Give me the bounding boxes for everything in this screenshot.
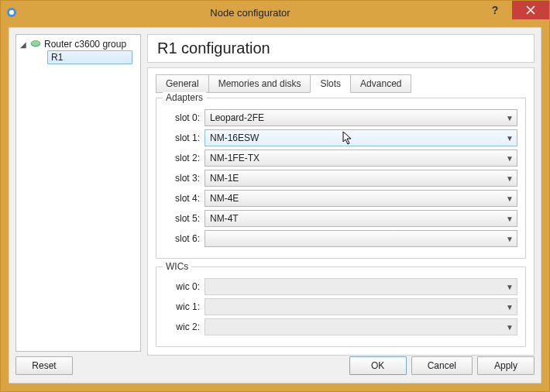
- svg-point-3: [31, 41, 40, 46]
- slot1-row: slot 1: NM-16ESW ▼: [164, 129, 517, 146]
- slot4-select[interactable]: NM-4E ▼: [205, 190, 517, 207]
- help-button[interactable]: ?: [478, 1, 512, 19]
- wic2-label: wic 2:: [164, 322, 200, 332]
- slot2-select[interactable]: NM-1FE-TX ▼: [205, 150, 517, 167]
- right-pane: R1 configuration General Memories and di…: [147, 34, 535, 352]
- dialog-inner: ◢ Router c3600 group R1 R1 configuration…: [9, 27, 541, 383]
- titlebar: Node configurator ?: [1, 1, 549, 24]
- wic1-label: wic 1:: [164, 301, 200, 312]
- tree-group-row[interactable]: ◢ Router c3600 group: [16, 38, 140, 50]
- wic2-row: wic 2: ▼: [164, 318, 517, 335]
- wic0-row: wic 0: ▼: [164, 278, 517, 295]
- slot2-label: slot 2:: [164, 153, 200, 163]
- slot1-label: slot 1:: [164, 132, 200, 143]
- tab-advanced[interactable]: Advanced: [350, 74, 411, 93]
- cancel-button[interactable]: Cancel: [411, 356, 473, 375]
- wic0-label: wic 0:: [164, 281, 200, 292]
- slot6-label: slot 6:: [164, 233, 200, 244]
- chevron-down-icon: ▼: [506, 215, 514, 223]
- chevron-down-icon: ▼: [506, 194, 514, 203]
- window-title: Node configurator: [22, 7, 478, 19]
- wics-group-title: WICs: [163, 261, 191, 272]
- chevron-down-icon: ▼: [506, 283, 514, 291]
- chevron-down-icon: ▼: [506, 114, 514, 122]
- wic1-select[interactable]: ▼: [205, 298, 517, 315]
- title-controls: ?: [478, 1, 549, 24]
- content-area: ◢ Router c3600 group R1 R1 configuration…: [15, 34, 535, 352]
- window-frame: Node configurator ? ◢ Router c3600 group…: [0, 0, 550, 392]
- tree-group-label: Router c3600 group: [44, 39, 126, 50]
- close-button[interactable]: [512, 1, 549, 19]
- router-group-icon: [30, 39, 41, 50]
- slot1-value: NM-16ESW: [210, 132, 259, 143]
- tab-memories-and-disks[interactable]: Memories and disks: [208, 74, 311, 93]
- slot2-value: NM-1FE-TX: [210, 153, 260, 163]
- reset-button[interactable]: Reset: [15, 356, 73, 375]
- apply-button[interactable]: Apply: [477, 356, 535, 375]
- tree-collapse-icon[interactable]: ◢: [19, 40, 27, 49]
- slot4-value: NM-4E: [210, 193, 239, 204]
- ok-button[interactable]: OK: [349, 356, 407, 375]
- slot3-value: NM-1E: [210, 173, 239, 184]
- svg-point-1: [9, 10, 14, 15]
- adapters-group: Adapters slot 0: Leopard-2FE ▼ slot 1:: [156, 98, 526, 259]
- slot4-label: slot 4:: [164, 193, 200, 204]
- tab-panel: General Memories and disks Slots Advance…: [147, 67, 535, 356]
- slot6-select[interactable]: ▼: [205, 230, 517, 247]
- wic1-row: wic 1: ▼: [164, 298, 517, 315]
- chevron-down-icon: ▼: [506, 154, 514, 163]
- slot4-row: slot 4: NM-4E ▼: [164, 190, 517, 207]
- tree-node-r1[interactable]: R1: [47, 50, 132, 64]
- wic0-select[interactable]: ▼: [205, 278, 517, 295]
- slot3-label: slot 3:: [164, 173, 200, 184]
- wics-group: WICs wic 0: ▼ wic 1: ▼: [156, 266, 526, 347]
- tab-slots[interactable]: Slots: [310, 74, 351, 93]
- slot5-value: NM-4T: [210, 213, 239, 224]
- tree-node-label: R1: [51, 52, 63, 63]
- chevron-down-icon: ▼: [506, 174, 514, 183]
- slot5-row: slot 5: NM-4T ▼: [164, 210, 517, 227]
- slot0-select[interactable]: Leopard-2FE ▼: [205, 109, 517, 126]
- tree-pane[interactable]: ◢ Router c3600 group R1: [15, 34, 141, 352]
- slot2-row: slot 2: NM-1FE-TX ▼: [164, 150, 517, 167]
- tab-general[interactable]: General: [156, 74, 209, 93]
- slot3-row: slot 3: NM-1E ▼: [164, 170, 517, 187]
- slot5-label: slot 5:: [164, 213, 200, 224]
- slot3-select[interactable]: NM-1E ▼: [205, 170, 517, 187]
- slot0-label: slot 0:: [164, 112, 200, 123]
- slot6-row: slot 6: ▼: [164, 230, 517, 247]
- wic2-select[interactable]: ▼: [205, 318, 517, 335]
- button-bar: Reset OK Cancel Apply: [15, 355, 535, 377]
- chevron-down-icon: ▼: [506, 134, 514, 143]
- slot5-select[interactable]: NM-4T ▼: [205, 210, 517, 227]
- adapters-group-title: Adapters: [163, 92, 206, 103]
- tab-bar: General Memories and disks Slots Advance…: [156, 74, 526, 93]
- chevron-down-icon: ▼: [506, 303, 514, 311]
- app-icon: [5, 6, 18, 19]
- chevron-down-icon: ▼: [506, 323, 514, 332]
- slot1-select[interactable]: NM-16ESW ▼: [205, 129, 517, 146]
- page-title: R1 configuration: [147, 34, 535, 63]
- slot0-row: slot 0: Leopard-2FE ▼: [164, 109, 517, 126]
- chevron-down-icon: ▼: [506, 235, 514, 243]
- slot0-value: Leopard-2FE: [210, 112, 264, 123]
